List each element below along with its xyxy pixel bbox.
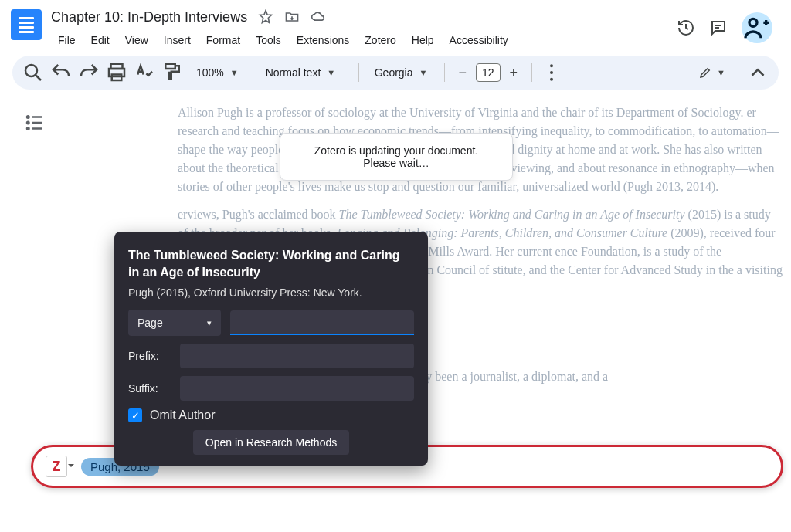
omit-author-checkbox[interactable]: ✓ [128,408,142,422]
locator-row: Page ▾ [128,310,414,336]
font-size-decrease[interactable]: − [453,63,473,83]
header-right [677,12,772,43]
suffix-row: Suffix: [128,376,414,401]
separator [531,63,532,82]
cloud-status-icon[interactable] [311,9,326,25]
redo-icon[interactable] [77,61,100,84]
document-title[interactable]: Chapter 10: In-Depth Interviews [51,9,247,25]
chevron-down-icon: ▼ [419,68,428,77]
suffix-input[interactable] [180,376,414,401]
locator-input[interactable] [230,310,414,335]
separator [250,63,250,82]
svg-rect-5 [165,64,175,69]
font-size-input[interactable] [476,63,501,82]
svg-point-7 [550,71,553,74]
locator-type-value: Page [137,317,163,329]
svg-point-0 [749,19,757,26]
zoom-value: 100% [196,66,224,79]
locator-type-select[interactable]: Page ▾ [128,310,221,336]
menu-file[interactable]: File [51,31,83,49]
comments-icon[interactable] [709,19,728,37]
prefix-input[interactable] [180,344,414,368]
more-options-icon[interactable] [540,61,563,84]
chevron-down-icon: ▾ [207,318,212,328]
font-value: Georgia [375,66,413,79]
dialog-text: Zotero is updating your document. [294,144,498,157]
popup-button-row: Open in Research Methods [128,430,414,455]
citation-title: The Tumbleweed Society: Working and Cari… [128,247,414,280]
zotero-citation-popup: The Tumbleweed Society: Working and Cari… [114,232,428,466]
svg-point-1 [25,65,37,76]
menu-accessibility[interactable]: Accessibility [443,31,515,49]
prefix-label: Prefix: [128,350,171,362]
paint-format-icon[interactable] [161,61,184,84]
outline-toggle-icon[interactable] [23,111,46,134]
share-button[interactable] [742,12,772,43]
menu-view[interactable]: View [118,31,155,49]
menu-zotero[interactable]: Zotero [358,31,402,49]
chevron-down-icon: ▼ [230,68,239,77]
menu-insert[interactable]: Insert [157,31,198,49]
toolbar-container: 100% ▼ Normal text ▼ Georgia ▼ − + ▼ [0,49,791,96]
header: Chapter 10: In-Depth Interviews File Edi… [0,0,791,49]
undo-icon[interactable] [49,61,73,84]
omit-author-row: ✓ Omit Author [128,408,414,422]
history-icon[interactable] [677,19,695,37]
menu-extensions[interactable]: Extensions [290,31,356,49]
omit-author-label: Omit Author [150,408,215,422]
zoom-select[interactable]: 100% ▼ [188,66,242,79]
docs-logo-icon[interactable] [11,9,42,40]
spellcheck-icon[interactable] [133,61,156,84]
menu-tools[interactable]: Tools [249,31,288,49]
separator [444,63,445,82]
style-value: Normal text [266,66,321,79]
separator [358,63,359,82]
separator [738,63,738,82]
open-in-library-button[interactable]: Open in Research Methods [193,430,349,455]
svg-point-8 [550,78,553,81]
menu-format[interactable]: Format [199,31,247,49]
svg-point-11 [27,127,29,130]
chevron-down-icon: ▼ [717,68,725,77]
prefix-row: Prefix: [128,344,414,368]
star-icon[interactable] [258,9,273,25]
title-row: Chapter 10: In-Depth Interviews [51,6,677,28]
svg-point-10 [27,122,29,124]
menu-help[interactable]: Help [405,31,441,49]
font-select[interactable]: Georgia ▼ [367,66,436,79]
paragraph-style-select[interactable]: Normal text ▼ [258,66,351,79]
editing-mode-button[interactable]: ▼ [694,66,730,80]
zotero-logo-icon[interactable]: Z [46,456,67,477]
suffix-label: Suffix: [128,382,171,395]
menu-bar: File Edit View Insert Format Tools Exten… [51,31,677,49]
header-main: Chapter 10: In-Depth Interviews File Edi… [51,6,677,49]
zotero-updating-dialog: Zotero is updating your document. Please… [280,133,513,181]
dialog-text: Please wait… [294,157,498,169]
toolbar: 100% ▼ Normal text ▼ Georgia ▼ − + ▼ [12,56,779,90]
collapse-icon[interactable] [746,61,769,84]
citation-meta: Pugh (2015), Oxford University Press: Ne… [128,286,414,299]
print-icon[interactable] [105,61,128,84]
svg-point-6 [550,64,553,67]
menu-edit[interactable]: Edit [84,31,117,49]
font-size-control: − + [453,63,524,83]
search-icon[interactable] [22,61,45,84]
chevron-down-icon: ▼ [327,68,335,77]
move-folder-icon[interactable] [284,9,300,25]
font-size-increase[interactable]: + [504,63,524,83]
svg-point-9 [27,116,29,118]
